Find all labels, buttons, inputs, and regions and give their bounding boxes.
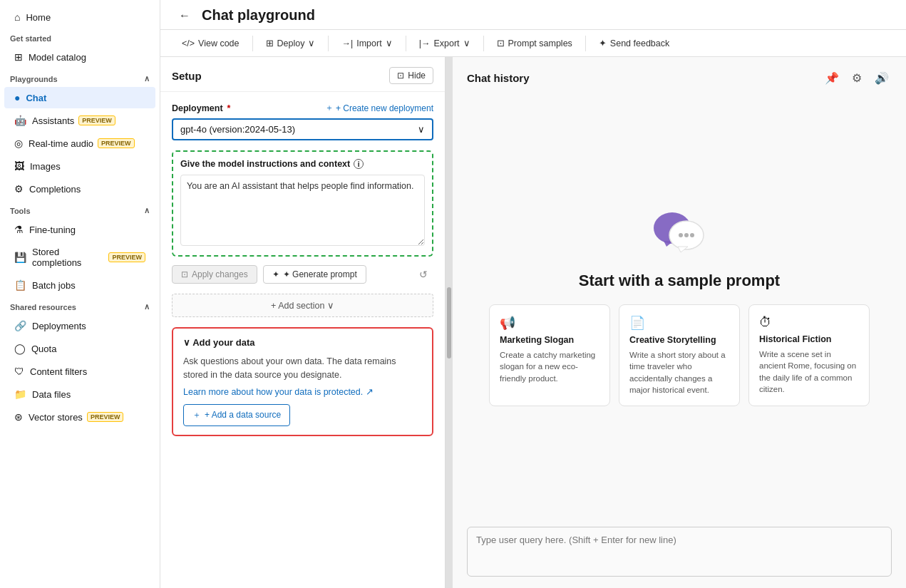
add-data-source-button[interactable]: ＋ + Add a data source xyxy=(183,404,290,426)
prompt-card-desc-2: Write a scene set in ancient Rome, focus… xyxy=(759,349,859,394)
get-started-section: Get started xyxy=(0,29,160,46)
deploy-chevron-icon: ∨ xyxy=(308,38,315,48)
svg-point-6 xyxy=(690,233,694,237)
tools-chevron[interactable]: ∧ xyxy=(144,206,150,215)
chat-title: Chat history xyxy=(467,72,530,84)
setup-body: Deployment * ＋ + Create new deployment g… xyxy=(160,92,445,588)
images-icon: 🖼 xyxy=(14,160,24,172)
prompt-cards: 📢 Marketing Slogan Create a catchy marke… xyxy=(489,304,870,406)
sidebar-item-deployments[interactable]: 🔗 Deployments xyxy=(4,315,155,336)
settings-button[interactable]: ⚙ xyxy=(849,68,865,88)
chat-input[interactable] xyxy=(476,535,882,567)
prompt-card-1[interactable]: 📄 Creative Storytelling Write a short st… xyxy=(619,304,740,406)
main-content: ← Chat playground </> View code ⊞ Deploy… xyxy=(160,0,906,588)
shared-resources-section: Shared resources ∧ xyxy=(0,296,160,314)
settings-icon: ⚙ xyxy=(852,72,862,84)
prompt-card-0[interactable]: 📢 Marketing Slogan Create a catchy marke… xyxy=(489,304,610,406)
playgrounds-chevron[interactable]: ∧ xyxy=(144,74,150,83)
sidebar-item-completions[interactable]: ⚙ Completions xyxy=(4,178,155,200)
toolbar-divider-5 xyxy=(585,36,586,51)
prompt-card-icon-1: 📄 xyxy=(629,315,729,331)
hide-icon: ⊡ xyxy=(397,71,404,81)
import-chevron-icon: ∨ xyxy=(386,38,393,48)
sidebar-item-quota[interactable]: ◯ Quota xyxy=(4,338,155,359)
svg-point-4 xyxy=(679,233,683,237)
assistants-badge: PREVIEW xyxy=(78,115,115,125)
content-area: Setup ⊡ Hide Deployment * ＋ + Create new… xyxy=(160,57,906,588)
sidebar-item-chat[interactable]: ● Chat xyxy=(4,87,155,108)
chat-icon: ● xyxy=(14,92,20,103)
plus-icon: ＋ xyxy=(325,102,334,114)
reset-button[interactable]: ↺ xyxy=(413,265,433,284)
back-button[interactable]: ← xyxy=(175,8,195,24)
sidebar-item-images[interactable]: 🖼 Images xyxy=(4,155,155,177)
sidebar-item-stored-completions[interactable]: 💾 Stored completions PREVIEW xyxy=(4,242,155,273)
tools-section: Tools ∧ xyxy=(0,200,160,218)
instructions-label: Give the model instructions and context … xyxy=(180,159,425,169)
chat-input-area xyxy=(467,527,892,577)
view-code-button[interactable]: </> View code xyxy=(175,35,247,52)
sidebar-item-realtime-audio[interactable]: ◎ Real-time audio PREVIEW xyxy=(4,133,155,154)
chat-actions: 📌 ⚙ 🔊 xyxy=(822,68,892,88)
sidebar-item-content-filters[interactable]: 🛡 Content filters xyxy=(4,361,155,382)
speaker-button[interactable]: 🔊 xyxy=(872,68,892,88)
view-code-icon: </> xyxy=(182,38,195,48)
required-indicator: * xyxy=(227,103,231,113)
prompt-card-desc-0: Create a catchy marketing slogan for a n… xyxy=(500,349,599,383)
realtime-audio-icon: ◎ xyxy=(14,138,23,149)
sidebar-item-batch-jobs[interactable]: 📋 Batch jobs xyxy=(4,274,155,296)
add-data-description: Ask questions about your own data. The d… xyxy=(183,355,422,382)
prompt-card-title-2: Historical Fiction xyxy=(759,334,859,344)
prompt-card-icon-0: 📢 xyxy=(500,315,599,331)
action-buttons: ⊡ Apply changes ✦ ✦ Generate prompt ↺ xyxy=(172,265,433,284)
sidebar-item-data-files[interactable]: 📁 Data files xyxy=(4,383,155,405)
sidebar-item-vector-stores[interactable]: ⊛ Vector stores PREVIEW xyxy=(4,406,155,428)
prompt-card-desc-1: Write a short story about a time travele… xyxy=(629,349,729,395)
sidebar-item-model-catalog[interactable]: ⊞ Model catalog xyxy=(4,46,155,68)
export-chevron-icon: ∨ xyxy=(463,38,470,48)
prompt-samples-icon: ⊡ xyxy=(497,38,505,48)
prompt-samples-button[interactable]: ⊡ Prompt samples xyxy=(490,34,580,52)
toolbar-divider-1 xyxy=(252,36,253,51)
toolbar-divider-2 xyxy=(328,36,329,51)
quota-icon: ◯ xyxy=(14,343,26,354)
prompt-card-title-0: Marketing Slogan xyxy=(500,335,599,345)
pin-icon: 📌 xyxy=(825,72,839,84)
apply-changes-button[interactable]: ⊡ Apply changes xyxy=(172,265,257,284)
chat-header: Chat history 📌 ⚙ 🔊 xyxy=(467,68,892,88)
prompt-card-title-1: Creative Storytelling xyxy=(629,335,729,345)
instructions-section: Give the model instructions and context … xyxy=(172,150,433,257)
apply-icon: ⊡ xyxy=(181,269,188,279)
send-feedback-button[interactable]: ✦ Send feedback xyxy=(592,34,676,52)
add-section-button[interactable]: + Add section ∨ xyxy=(172,294,433,317)
start-heading: Start with a sample prompt xyxy=(579,272,780,290)
sidebar-item-assistants[interactable]: 🤖 Assistants PREVIEW xyxy=(4,110,155,131)
prompt-card-2[interactable]: ⏱ Historical Fiction Write a scene set i… xyxy=(748,304,870,406)
chat-bubble-icon xyxy=(651,208,708,260)
svg-point-5 xyxy=(684,233,689,237)
generate-prompt-button[interactable]: ✦ ✦ Generate prompt xyxy=(263,265,366,284)
page-title: Chat playground xyxy=(202,7,315,24)
sidebar-item-fine-tuning[interactable]: ⚗ Fine-tuning xyxy=(4,219,155,240)
completions-icon: ⚙ xyxy=(14,183,24,195)
pin-button[interactable]: 📌 xyxy=(822,68,842,88)
sidebar-item-home[interactable]: ⌂ Home xyxy=(4,6,155,28)
instructions-textarea[interactable]: You are an AI assistant that helps peopl… xyxy=(180,175,425,246)
panel-scrollbar[interactable] xyxy=(446,57,453,588)
batch-jobs-icon: 📋 xyxy=(14,279,26,291)
realtime-audio-badge: PREVIEW xyxy=(98,138,135,148)
create-new-deployment-link[interactable]: ＋ + Create new deployment xyxy=(325,102,433,114)
deploy-button[interactable]: ⊞ Deploy ∨ xyxy=(259,34,323,52)
add-data-header[interactable]: ∨ Add your data xyxy=(183,337,422,348)
main-header: ← Chat playground xyxy=(160,0,906,30)
select-chevron-icon: ∨ xyxy=(418,124,425,135)
info-icon: i xyxy=(354,159,364,169)
shared-resources-chevron[interactable]: ∧ xyxy=(144,302,150,311)
setup-panel: Setup ⊡ Hide Deployment * ＋ + Create new… xyxy=(160,57,446,588)
export-button[interactable]: |→ Export ∨ xyxy=(412,34,478,52)
deployment-select[interactable]: gpt-4o (version:2024-05-13) ∨ xyxy=(172,118,433,140)
learn-more-link[interactable]: Learn more about how your data is protec… xyxy=(183,387,374,397)
add-source-plus-icon: ＋ xyxy=(192,409,201,421)
import-button[interactable]: →| Import ∨ xyxy=(334,34,399,52)
hide-button[interactable]: ⊡ Hide xyxy=(389,67,433,84)
